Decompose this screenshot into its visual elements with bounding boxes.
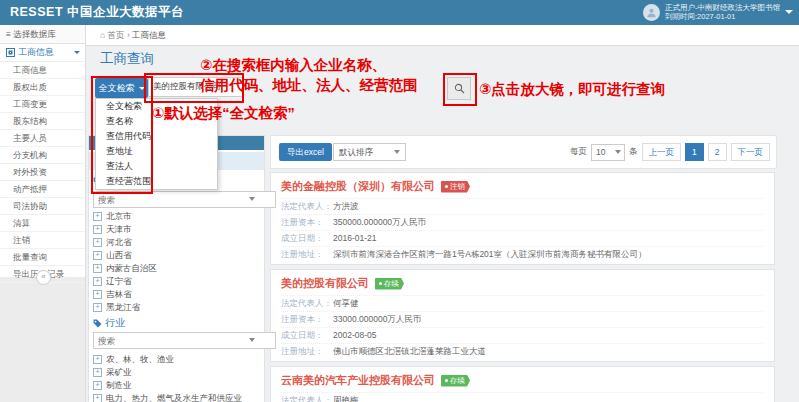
field-value: 方洪波 bbox=[333, 199, 359, 214]
per-page-select[interactable]: 10 bbox=[591, 144, 625, 161]
expand-plus-icon[interactable]: + bbox=[93, 212, 102, 221]
chevron-down-icon bbox=[249, 338, 255, 342]
company-field-row: 成立日期： 2002-08-05 bbox=[281, 327, 764, 343]
sidebar-collapse-button[interactable]: « bbox=[36, 270, 51, 285]
sidebar-item[interactable]: 股权出质 bbox=[0, 79, 85, 96]
industry-tree-item[interactable]: + 农、林、牧、渔业 bbox=[93, 353, 262, 366]
field-value: 2002-08-05 bbox=[333, 328, 376, 343]
expand-plus-icon[interactable]: + bbox=[93, 381, 102, 390]
sidebar-item[interactable]: 分支机构 bbox=[0, 147, 85, 164]
top-header: RESSET 中国企业大数据平台 正式用户-中南财经政法大学图书馆 到期时间:2… bbox=[0, 0, 799, 25]
sidebar-item[interactable]: 工商变更 bbox=[0, 96, 85, 113]
expand-plus-icon[interactable]: + bbox=[93, 264, 102, 273]
status-badge: 存续 bbox=[375, 278, 404, 290]
industry-tree-item[interactable]: + 采矿业 bbox=[93, 366, 262, 379]
sidebar: ≡ 选择数据库 工商信息 工商信息 股权出质 bbox=[0, 25, 86, 402]
sidebar-item[interactable]: 司法协助 bbox=[0, 198, 85, 215]
region-tree: + 北京市 + 天津市 + 河北省 + 山西省 bbox=[93, 210, 262, 314]
industry-tree-item[interactable]: + 制造业 bbox=[93, 379, 262, 392]
field-label: 成立日期： bbox=[281, 231, 333, 246]
export-excel-button[interactable]: 导出excel bbox=[279, 143, 332, 161]
user-expiry: 到期时间:2027-01-01 bbox=[665, 12, 735, 21]
expand-plus-icon[interactable]: + bbox=[93, 394, 102, 402]
sidebar-items: 工商信息 股权出质 工商变更 股东结构 主要人员 bbox=[0, 62, 85, 283]
page-title: 工商查询 bbox=[100, 50, 154, 68]
company-results-list: 美的金融控股（深圳）有限公司 注销 法定代表人： 方洪波 注册资本： 35000… bbox=[270, 172, 775, 402]
pagination-prev-button[interactable]: 上一页 bbox=[642, 143, 682, 161]
region-tree-item[interactable]: + 吉林省 bbox=[93, 288, 262, 301]
expand-plus-icon[interactable]: + bbox=[93, 277, 102, 286]
region-tree-item[interactable]: + 辽宁省 bbox=[93, 275, 262, 288]
field-label: 成立日期： bbox=[281, 328, 333, 343]
company-name-link[interactable]: 美的金融控股（深圳）有限公司 bbox=[281, 179, 435, 194]
field-label: 注册资本： bbox=[281, 312, 333, 327]
sidebar-item[interactable]: 主要人员 bbox=[0, 130, 85, 147]
dropdown-item[interactable]: 查经营范围 bbox=[96, 174, 217, 189]
chevron-down-icon bbox=[394, 150, 400, 154]
user-name: 正式用户-中南财经政法大学图书馆 bbox=[665, 3, 780, 12]
dropdown-item[interactable]: 查法人 bbox=[96, 159, 217, 174]
expand-plus-icon[interactable]: + bbox=[93, 238, 102, 247]
expand-plus-icon[interactable]: + bbox=[93, 290, 102, 299]
field-label: 法定代表人： bbox=[281, 199, 333, 214]
sidebar-item[interactable]: 工商信息 bbox=[0, 62, 85, 79]
sidebar-item[interactable]: 股东结构 bbox=[0, 113, 85, 130]
sidebar-item[interactable]: 批量查询 bbox=[0, 249, 85, 266]
company-field-row: 法定代表人： 方洪波 bbox=[281, 198, 764, 214]
region-tree-item[interactable]: + 北京市 bbox=[93, 210, 262, 223]
sidebar-item[interactable]: 对外投资 bbox=[0, 164, 85, 181]
sidebar-item[interactable]: 注销 bbox=[0, 232, 85, 249]
company-field-row: 法定代表人： 周艳梅 bbox=[281, 392, 764, 402]
industry-tree-item[interactable]: + 电力、热力、燃气及水生产和供应业 bbox=[93, 392, 262, 402]
sidebar-group-business-info[interactable]: 工商信息 bbox=[0, 44, 85, 62]
annotation-step2-line2: 信用代码、地址、法人、经营范围 bbox=[200, 76, 418, 95]
per-page-label: 每页 bbox=[570, 146, 587, 158]
chevron-down-icon bbox=[249, 197, 255, 201]
company-field-row: 成立日期： 2016-01-21 bbox=[281, 230, 764, 246]
company-field-row: 注册地址： 深圳市前海深港合作区前湾一路1号A栋201室（入驻深圳市前海商务秘书… bbox=[281, 246, 764, 262]
expand-plus-icon[interactable]: + bbox=[93, 225, 102, 234]
sort-select[interactable]: 默认排序 bbox=[333, 143, 406, 161]
company-field-row: 注册地址： 佛山市顺德区北滘镇北滘蓬莱路工业大道 bbox=[281, 343, 764, 359]
magnifier-icon bbox=[454, 83, 465, 94]
search-mode-button[interactable]: 全文检索 bbox=[95, 78, 148, 98]
user-avatar-icon bbox=[643, 4, 660, 21]
company-card: 美的控股有限公司 存续 法定代表人： 何享健 注册资本： 33000.00000… bbox=[270, 269, 775, 362]
field-label: 注册地址： bbox=[281, 344, 333, 359]
sidebar-item[interactable]: 动产抵押 bbox=[0, 181, 85, 198]
field-label: 法定代表人： bbox=[281, 296, 333, 311]
region-tree-item[interactable]: + 黑龙江省 bbox=[93, 301, 262, 314]
region-tree-item[interactable]: + 山西省 bbox=[93, 249, 262, 262]
pagination-page-2[interactable]: 2 bbox=[708, 143, 727, 161]
chevron-down-icon bbox=[615, 150, 621, 154]
dropdown-item[interactable]: 查信用代码 bbox=[96, 129, 217, 144]
breadcrumb-home[interactable]: 首页 bbox=[108, 30, 125, 40]
database-selector[interactable]: ≡ 选择数据库 bbox=[0, 25, 85, 44]
region-tree-item[interactable]: + 河北省 bbox=[93, 236, 262, 249]
company-card: 云南美的汽车产业控股有限公司 存续 法定代表人： 周艳梅 注册资本： 19238… bbox=[270, 366, 775, 402]
sidebar-item[interactable]: 清算 bbox=[0, 215, 85, 232]
chevron-down-icon bbox=[785, 10, 793, 14]
field-value: 2016-01-21 bbox=[333, 231, 376, 246]
annotation-step3: ③点击放大镜，即可进行查询 bbox=[479, 80, 665, 99]
region-tree-item[interactable]: + 内蒙古自治区 bbox=[93, 262, 262, 275]
search-button[interactable] bbox=[447, 77, 471, 100]
breadcrumb-current: 工商信息 bbox=[132, 30, 166, 40]
company-name-link[interactable]: 云南美的汽车产业控股有限公司 bbox=[281, 373, 435, 388]
pagination-next-button[interactable]: 下一页 bbox=[731, 143, 771, 161]
pagination-page-1[interactable]: 1 bbox=[685, 143, 704, 161]
field-value: 周艳梅 bbox=[333, 393, 359, 402]
expand-plus-icon[interactable]: + bbox=[93, 303, 102, 312]
dropdown-item[interactable]: 查地址 bbox=[96, 144, 217, 159]
industry-tree: + 农、林、牧、渔业 + 采矿业 + 制造业 + 电力、热力、燃气及水生产和供应… bbox=[93, 353, 262, 402]
field-value: 佛山市顺德区北滘镇北滘蓬莱路工业大道 bbox=[333, 344, 486, 359]
user-menu[interactable]: 正式用户-中南财经政法大学图书馆 到期时间:2027-01-01 bbox=[643, 3, 793, 21]
region-tree-item[interactable]: + 天津市 bbox=[93, 223, 262, 236]
status-badge: 注销 bbox=[441, 181, 470, 193]
expand-plus-icon[interactable]: + bbox=[93, 355, 102, 364]
company-name-link[interactable]: 美的控股有限公司 bbox=[281, 276, 369, 291]
expand-plus-icon[interactable]: + bbox=[93, 368, 102, 377]
expand-plus-icon[interactable]: + bbox=[93, 251, 102, 260]
breadcrumb-separator: › bbox=[127, 30, 130, 40]
chevron-down-icon bbox=[74, 51, 80, 54]
